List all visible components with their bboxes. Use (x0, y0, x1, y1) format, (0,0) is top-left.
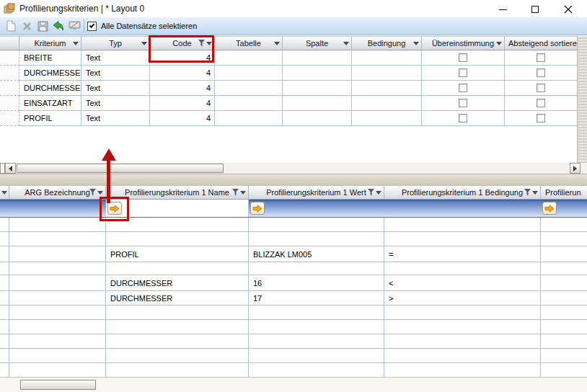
column-header-kriterium1-bedingung[interactable]: Profilierungskriterium 1 Bedingung (384, 185, 541, 200)
cell-arg[interactable] (9, 306, 106, 319)
cell-absteigend[interactable] (505, 81, 577, 95)
column-header-spalte[interactable]: Spalte (283, 36, 352, 50)
checkbox-unchecked[interactable] (537, 99, 545, 107)
table-row[interactable]: PROFIL BLIZZAK LM005 = (0, 246, 587, 262)
delete-record-button[interactable] (19, 19, 35, 34)
cell[interactable] (541, 232, 587, 246)
save-button[interactable] (35, 19, 50, 34)
column-header-arg-bezeichnung[interactable]: ARG Bezeichnung (9, 185, 106, 200)
cell-arg[interactable] (9, 246, 106, 262)
cell[interactable] (541, 349, 587, 362)
cell-arg[interactable] (9, 291, 106, 305)
column-header-kriterium[interactable]: Kriterium (19, 36, 81, 50)
table-row[interactable] (0, 262, 587, 275)
cell-wert[interactable] (249, 232, 384, 246)
cell[interactable] (541, 246, 587, 262)
cell-wert[interactable] (249, 349, 384, 362)
column-dropdown-icon[interactable] (73, 42, 79, 45)
table-row[interactable]: PROFIL Text 4 (0, 111, 577, 126)
cell-bedingung[interactable] (384, 334, 541, 348)
cell-bedingung[interactable] (352, 66, 422, 80)
cell-absteigend[interactable] (505, 96, 577, 110)
column-header-absteigend-sortieren[interactable]: Absteigend sortiere (505, 36, 577, 50)
filter-cell-arg[interactable] (9, 200, 106, 217)
filter-cell-next[interactable] (541, 200, 587, 217)
cell-name[interactable] (106, 262, 249, 275)
cell[interactable] (0, 262, 9, 275)
vertical-scrollbar-track[interactable] (577, 36, 587, 163)
column-dropdown-icon[interactable] (532, 191, 538, 195)
cell-spalte[interactable] (283, 66, 352, 80)
column-header-bedingung[interactable]: Bedingung (352, 36, 422, 50)
cell[interactable] (541, 320, 587, 334)
cell-tabelle[interactable] (215, 66, 283, 80)
select-all-label[interactable]: Alle Datensätze selektieren (101, 22, 197, 30)
table-row[interactable] (0, 218, 587, 232)
column-header-typ[interactable]: Typ (81, 36, 150, 50)
cell-tabelle[interactable] (215, 81, 283, 95)
scroll-left-button[interactable] (5, 163, 16, 174)
cell-name[interactable]: DURCHMESSER (106, 275, 249, 290)
table-row[interactable] (0, 320, 587, 334)
cell[interactable] (0, 246, 9, 262)
select-all-checkbox[interactable] (87, 22, 97, 31)
cell-spalte[interactable] (283, 96, 352, 110)
cell-arg[interactable] (9, 232, 106, 246)
apply-filter-button[interactable] (542, 202, 557, 215)
cell-arg[interactable] (9, 363, 106, 377)
checkbox-unchecked[interactable] (459, 114, 467, 122)
cell-spalte[interactable] (283, 81, 352, 95)
table-row[interactable]: EINSATZART Text 4 (0, 96, 577, 111)
cell-bedingung[interactable] (384, 306, 541, 319)
scroll-right-button[interactable] (570, 163, 581, 174)
cell-wert[interactable] (249, 320, 384, 334)
table-row[interactable] (0, 334, 587, 349)
cell[interactable] (0, 334, 9, 348)
cell-code[interactable]: 4 (150, 66, 215, 80)
cell-bedingung[interactable] (352, 81, 422, 95)
filter-cell-bedingung[interactable] (384, 200, 541, 217)
table-row[interactable]: DURCHMESSER Text 4 (0, 66, 577, 81)
cell-arg[interactable] (9, 320, 106, 334)
scrollbar-thumb[interactable] (20, 380, 96, 390)
row-selector[interactable] (0, 96, 19, 111)
cell-uebereinstimmung[interactable] (422, 111, 505, 125)
horizontal-scrollbar-top[interactable] (0, 163, 587, 174)
cell-kriterium[interactable]: BREITE (19, 50, 81, 65)
cell-absteigend[interactable] (505, 111, 577, 125)
cell-uebereinstimmung[interactable] (422, 66, 505, 80)
column-header-uebereinstimmung[interactable]: Übereinstimmung (422, 36, 505, 50)
checkbox-unchecked[interactable] (459, 53, 467, 62)
table-row[interactable]: DURCHMESSER_ Text 4 (0, 81, 577, 96)
cell[interactable] (541, 363, 587, 377)
cell-typ[interactable]: Text (81, 96, 150, 110)
table-row[interactable]: DURCHMESSER 17 > (0, 291, 587, 306)
column-dropdown-icon[interactable] (343, 42, 349, 45)
cell-wert[interactable]: 16 (249, 275, 384, 290)
column-dropdown-icon[interactable] (413, 42, 419, 45)
cell-spalte[interactable] (283, 111, 352, 125)
column-dropdown-icon[interactable] (240, 191, 246, 195)
cell-kriterium[interactable]: EINSATZART (19, 96, 81, 110)
row-selector[interactable] (0, 111, 19, 126)
table-row[interactable]: DURCHMESSER 16 < (0, 275, 587, 291)
cell-spalte[interactable] (283, 50, 352, 65)
cell-kriterium[interactable]: DURCHMESSER (19, 66, 81, 80)
column-dropdown-icon[interactable] (141, 42, 147, 45)
checkbox-unchecked[interactable] (459, 84, 467, 92)
cell-bedingung[interactable]: > (384, 291, 541, 305)
cell-code[interactable]: 4 (150, 111, 215, 125)
cell-name[interactable] (106, 349, 249, 362)
cell-tabelle[interactable] (215, 50, 283, 65)
cell[interactable] (541, 334, 587, 348)
cell-arg[interactable] (9, 334, 106, 348)
column-header-kriterium2-partial[interactable]: Profilierun (541, 185, 587, 200)
table-row[interactable] (0, 306, 587, 320)
cell-name[interactable]: PROFIL (106, 246, 249, 262)
filter-cell-wert[interactable] (249, 200, 384, 217)
cell[interactable] (0, 320, 9, 334)
checkbox-unchecked[interactable] (537, 84, 545, 92)
cell[interactable] (0, 306, 9, 319)
pane-splitter-band[interactable] (0, 174, 587, 185)
checkbox-unchecked[interactable] (537, 114, 545, 122)
